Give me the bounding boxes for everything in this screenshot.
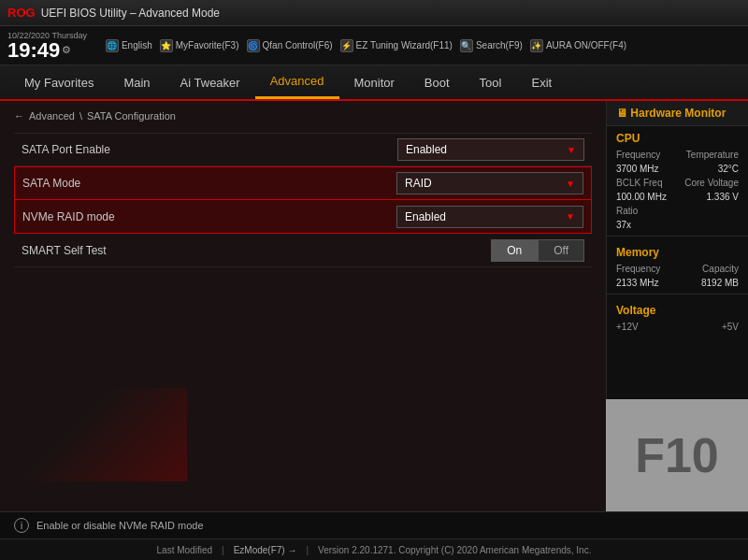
sidebar-cpu-title: CPU	[607, 126, 748, 148]
sidebar-ratio-value: 37x	[616, 220, 631, 230]
sidebar-cpu-freq-val-row: 3700 MHz 32°C	[607, 162, 748, 176]
sata-port-enable-dropdown[interactable]: Enabled ▼	[397, 138, 584, 161]
content-area: ← Advanced \ SATA Configuration SATA Por…	[0, 101, 606, 530]
f10-label: F10	[635, 427, 719, 483]
sata-port-enable-control[interactable]: Enabled ▼	[397, 138, 584, 161]
sata-mode-dropdown[interactable]: RAID ▼	[396, 172, 583, 194]
footer-separator: |	[222, 545, 224, 555]
sidebar-mem-cap-label: Capacity	[702, 264, 739, 274]
nvme-raid-control[interactable]: Enabled ▼	[396, 206, 583, 228]
breadcrumb-separator: \	[79, 110, 82, 122]
nav-my-favorites[interactable]: My Favorites	[9, 65, 108, 99]
hint-icon: i	[14, 518, 29, 533]
sidebar-ratio-label-row: Ratio	[607, 204, 748, 218]
smart-toggle-off[interactable]: Off	[538, 239, 584, 262]
gear-icon[interactable]: ⚙	[62, 44, 71, 56]
sidebar-ratio-label: Ratio	[616, 206, 638, 216]
sidebar-corevolt-value: 1.336 V	[707, 192, 739, 202]
sidebar-ratio-val-row: 37x	[607, 218, 748, 232]
nav-exit[interactable]: Exit	[516, 65, 567, 99]
bottom-footer: Last Modified | EzMode(F7) → | Version 2…	[0, 538, 748, 560]
sidebar-bclk-label: BCLK Freq	[616, 178, 662, 188]
breadcrumb-path: Advanced	[29, 110, 75, 122]
sidebar-voltage-title: Voltage	[607, 298, 748, 320]
sidebar-title: 🖥 Hardware Monitor	[607, 101, 748, 126]
nvme-raid-dropdown[interactable]: Enabled ▼	[396, 206, 583, 228]
smart-control[interactable]: On Off	[491, 239, 584, 262]
sidebar-memory-title: Memory	[607, 240, 748, 262]
sidebar-divider-1	[607, 236, 748, 237]
shortcut-eztuning-label: EZ Tuning Wizard(F11)	[356, 40, 453, 50]
sata-mode-control[interactable]: RAID ▼	[396, 172, 583, 194]
lightning-icon: ⚡	[340, 39, 353, 52]
setting-row-sata-port-enable: SATA Port Enable Enabled ▼	[14, 133, 592, 166]
sidebar-mem-freq-value: 2133 MHz	[616, 278, 659, 288]
shortcut-aura[interactable]: ✨ AURA ON/OFF(F4)	[530, 39, 626, 52]
shortcut-myfavorite[interactable]: ⭐ MyFavorite(F3)	[160, 39, 239, 52]
shortcut-search-label: Search(F9)	[476, 40, 523, 50]
nvme-raid-value: Enabled	[405, 210, 446, 223]
f10-overlay[interactable]: F10	[606, 399, 748, 511]
shortcut-myfavorite-label: MyFavorite(F3)	[176, 40, 239, 50]
globe-icon: 🌐	[106, 39, 119, 52]
search-icon: 🔍	[460, 39, 473, 52]
title-bar: ROG UEFI BIOS Utility – Advanced Mode	[0, 0, 748, 26]
nvme-raid-label: NVMe RAID mode	[22, 210, 396, 223]
shortcut-aura-label: AURA ON/OFF(F4)	[546, 40, 626, 50]
sidebar-cpu-freq-value: 3700 MHz	[616, 164, 659, 174]
shortcut-qfan-label: Qfan Control(F6)	[263, 40, 333, 50]
nav-main[interactable]: Main	[108, 65, 165, 99]
nav-tool[interactable]: Tool	[465, 65, 517, 99]
fan-icon: 🌀	[247, 39, 260, 52]
nav-monitor[interactable]: Monitor	[339, 65, 410, 99]
sidebar-voltage-label-row: +12V +5V	[607, 320, 748, 334]
shortcut-eztuning[interactable]: ⚡ EZ Tuning Wizard(F11)	[340, 39, 453, 52]
aura-icon: ✨	[530, 39, 543, 52]
rog-logo: ROG	[7, 6, 36, 20]
sidebar-cpu-freq-row: Frequency Temperature	[607, 148, 748, 162]
bottom-bar: i Enable or disable NVMe RAID mode Last …	[0, 511, 748, 560]
sata-port-enable-label: SATA Port Enable	[22, 143, 397, 156]
sata-mode-value: RAID	[405, 177, 432, 190]
nav-boot[interactable]: Boot	[410, 65, 465, 99]
dropdown-arrow-icon: ▼	[567, 145, 576, 155]
sata-port-enable-value: Enabled	[406, 143, 447, 156]
nav-advanced[interactable]: Advanced	[255, 65, 339, 99]
back-arrow-icon[interactable]: ←	[14, 110, 24, 122]
sidebar-bclk-value: 100.00 MHz	[616, 192, 667, 202]
sidebar-cpu-freq-label: Frequency	[616, 150, 660, 160]
setting-row-sata-mode: SATA Mode RAID ▼	[14, 166, 592, 200]
last-modified-text: Last Modified	[157, 545, 212, 555]
monitor-icon: 🖥	[616, 107, 627, 120]
smart-toggle-group: On Off	[491, 239, 584, 262]
app-title: UEFI BIOS Utility – Advanced Mode	[41, 7, 220, 20]
footer-separator-2: |	[306, 545, 309, 555]
breadcrumb-subpath: SATA Configuration	[87, 110, 176, 122]
corner-decoration	[0, 388, 187, 481]
sidebar-mem-cap-value: 8192 MB	[701, 278, 739, 288]
footer-version: Version 2.20.1271. Copyright (C) 2020 Am…	[318, 545, 591, 555]
datetime-block: 10/22/2020 Thursday 19:49 ⚙	[7, 31, 87, 61]
nav-ai-tweaker[interactable]: Ai Tweaker	[165, 65, 255, 99]
star-icon: ⭐	[160, 39, 173, 52]
smart-toggle-on[interactable]: On	[491, 239, 538, 262]
setting-row-nvme-raid: NVMe RAID mode Enabled ▼	[14, 200, 592, 234]
sidebar-divider-2	[607, 294, 748, 294]
sidebar-mem-freq-label: Frequency	[616, 264, 660, 274]
sidebar-12v-label: +12V	[616, 322, 639, 332]
sidebar-5v-label: +5V	[722, 322, 739, 332]
shortcut-english[interactable]: 🌐 English	[106, 39, 152, 52]
sidebar-cpu-temp-value: 32°C	[718, 164, 739, 174]
shortcuts-bar: 🌐 English ⭐ MyFavorite(F3) 🌀 Qfan Contro…	[106, 39, 741, 52]
sidebar-mem-label-row: Frequency Capacity	[607, 262, 748, 276]
info-bar: 10/22/2020 Thursday 19:49 ⚙ 🌐 English ⭐ …	[0, 26, 748, 65]
sata-mode-label: SATA Mode	[22, 177, 396, 190]
smart-label: SMART Self Test	[22, 244, 491, 257]
dropdown-arrow-icon-2: ▼	[566, 179, 575, 189]
shortcut-qfan[interactable]: 🌀 Qfan Control(F6)	[247, 39, 333, 52]
time-display: 19:49	[7, 40, 60, 61]
sidebar-bclk-val-row: 100.00 MHz 1.336 V	[607, 190, 748, 204]
ez-mode-link[interactable]: EzMode(F7) →	[234, 545, 297, 555]
sidebar-mem-val-row: 2133 MHz 8192 MB	[607, 276, 748, 290]
shortcut-search[interactable]: 🔍 Search(F9)	[460, 39, 523, 52]
